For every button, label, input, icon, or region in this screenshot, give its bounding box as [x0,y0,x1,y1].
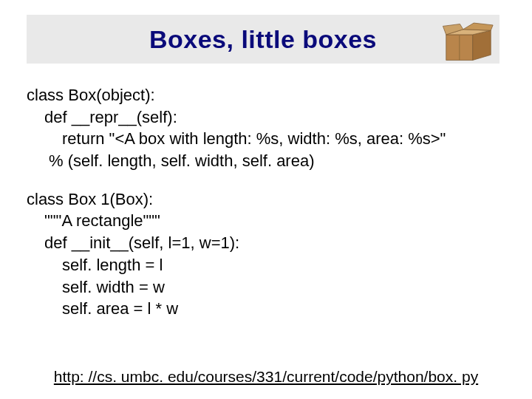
source-link[interactable]: http: //cs. umbc. edu/courses/331/curren… [0,368,532,386]
code-line: % (self. length, self. width, self. area… [27,150,505,172]
svg-marker-4 [463,23,493,30]
code-line: def __repr__(self): [27,106,505,129]
cardboard-box-icon [442,21,495,64]
code-line: class Box(object): [27,84,505,106]
code-block-box: class Box(object): def __repr__(self): r… [27,84,505,172]
code-block-box1: class Box 1(Box): """A rectangle""" def … [27,188,505,320]
slide: Boxes, little boxes class Box(object): d… [0,0,532,399]
code-line: self. width = w [27,276,505,299]
code-line: def __init__(self, l=1, w=1): [27,232,505,254]
code-line: """A rectangle""" [27,210,505,232]
code-line: class Box 1(Box): [27,188,505,211]
code-line: self. area = l * w [27,298,505,320]
slide-title: Boxes, little boxes [149,25,377,54]
code-line: self. length = l [27,254,505,276]
svg-marker-1 [473,30,491,60]
code-line: return "<A box with length: %s, width: %… [27,128,505,150]
title-bar: Boxes, little boxes [27,15,499,64]
